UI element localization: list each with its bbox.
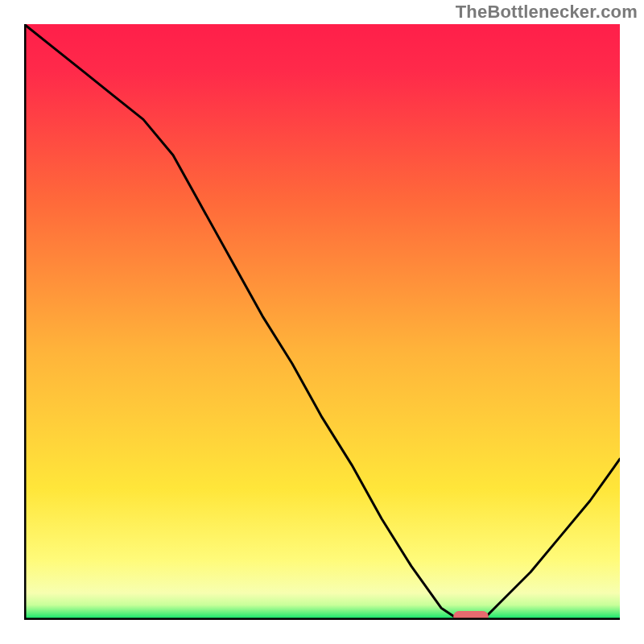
bottleneck-chart — [24, 24, 620, 620]
chart-svg — [24, 24, 620, 620]
attribution-label: TheBottlenecker.com — [456, 2, 638, 23]
chart-background — [24, 24, 620, 620]
